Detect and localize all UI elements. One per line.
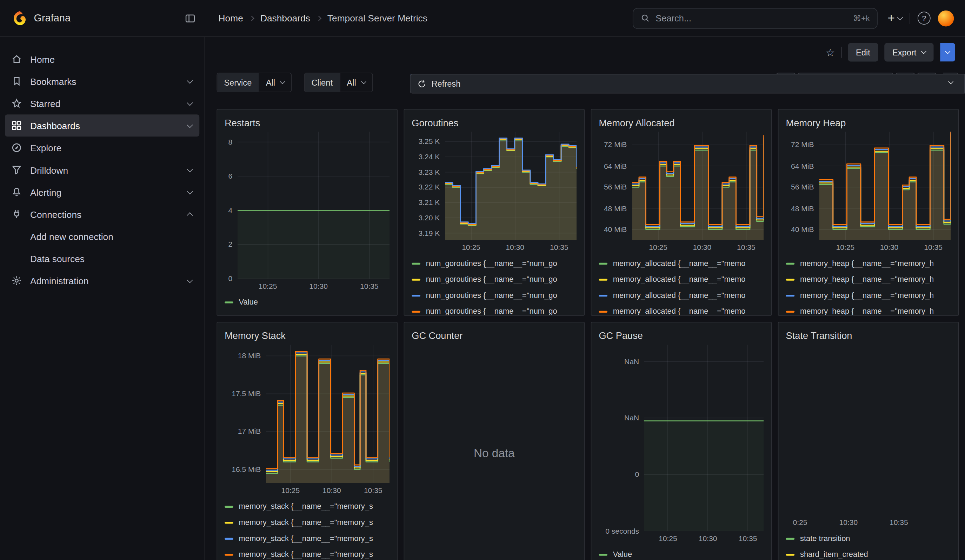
- legend-item[interactable]: memory_stack {__name__="memory_s: [224, 499, 389, 515]
- legend-series-marker: [224, 506, 233, 508]
- panel-title[interactable]: Memory Heap: [786, 114, 951, 132]
- add-new-button[interactable]: +: [888, 11, 903, 25]
- legend-item[interactable]: memory_allocated {__name__="memo: [599, 304, 764, 316]
- y-axis: 0 seconds0NaNNaN: [599, 344, 644, 531]
- main-content: ☆ Edit Export Share ServiceAllClientAll: [205, 37, 965, 560]
- sidebar-item-home[interactable]: Home: [5, 48, 199, 70]
- legend-item[interactable]: memory_stack {__name__="memory_s: [224, 514, 389, 531]
- sidebar-item-starred[interactable]: Starred: [5, 92, 199, 114]
- legend-item[interactable]: memory_allocated {__name__="memo: [599, 287, 764, 304]
- sidebar-item-label: Explore: [30, 142, 192, 153]
- sidebar-item-connections[interactable]: Connections: [5, 203, 199, 225]
- filter-value-dropdown[interactable]: All: [258, 73, 291, 92]
- legend-series-label: state transition: [800, 534, 850, 543]
- legend-series-marker: [224, 553, 233, 555]
- sidebar-item-label: Alerting: [30, 187, 180, 197]
- panel-title[interactable]: Restarts: [224, 114, 389, 132]
- legend-item[interactable]: Value: [599, 546, 764, 560]
- divider: [841, 47, 842, 58]
- plot-area[interactable]: [819, 132, 951, 240]
- legend-item[interactable]: shard_item_created: [786, 546, 951, 560]
- legend-item[interactable]: memory_allocated {__name__="memo: [599, 255, 764, 272]
- plot-area[interactable]: [793, 344, 951, 515]
- sidebar-item-label: Starred: [30, 98, 180, 109]
- sidebar-toggle-icon[interactable]: [184, 12, 196, 24]
- plot-area[interactable]: [237, 132, 389, 279]
- sidebar-nav: HomeBookmarksStarredDashboardsExploreDri…: [0, 48, 204, 292]
- legend-item[interactable]: memory_stack {__name__="memory_s: [224, 531, 389, 547]
- export-button[interactable]: Export: [884, 43, 934, 62]
- plot-area[interactable]: [631, 132, 764, 240]
- chart-svg: [237, 132, 389, 279]
- sidebar-item-label: Administration: [30, 276, 180, 286]
- y-tick-label: 6: [228, 172, 232, 181]
- refresh-button[interactable]: Refresh: [410, 73, 965, 93]
- breadcrumb-home[interactable]: Home: [219, 13, 243, 23]
- sidebar-item-drilldown[interactable]: Drilldown: [5, 158, 199, 181]
- legend-series-label: memory_allocated {__name__="memo: [613, 259, 746, 268]
- sidebar-item-label: Connections: [30, 209, 180, 219]
- plot-area[interactable]: [445, 132, 577, 240]
- legend-item[interactable]: num_goroutines {__name__="num_go: [412, 271, 577, 287]
- nav-actions: + ?: [878, 10, 965, 26]
- legend-item[interactable]: Value: [224, 294, 389, 310]
- search-input[interactable]: ⌘+k: [633, 8, 878, 29]
- panel-title[interactable]: State Transition: [786, 327, 951, 344]
- legend-item[interactable]: memory_heap {__name__="memory_h: [786, 271, 951, 287]
- legend-item[interactable]: memory_heap {__name__="memory_h: [786, 287, 951, 304]
- chart-area: 02468: [224, 132, 389, 279]
- legend-series-label: memory_allocated {__name__="memo: [613, 291, 746, 300]
- legend-item[interactable]: memory_stack {__name__="memory_s: [224, 546, 389, 560]
- sidebar-item-data-sources[interactable]: Data sources: [5, 247, 199, 269]
- favorite-star-icon[interactable]: ☆: [826, 47, 835, 57]
- panel-title[interactable]: GC Counter: [412, 327, 577, 344]
- user-avatar[interactable]: [938, 10, 954, 26]
- legend-item[interactable]: memory_allocated {__name__="memo: [599, 271, 764, 287]
- legend-item[interactable]: num_goroutines {__name__="num_go: [412, 304, 577, 316]
- search-field[interactable]: [656, 13, 847, 23]
- sidebar-item-add-new-connection[interactable]: Add new connection: [5, 225, 199, 247]
- filter-value-dropdown[interactable]: All: [339, 73, 372, 92]
- filter-service: ServiceAll: [216, 73, 291, 92]
- legend-item[interactable]: num_goroutines {__name__="num_go: [412, 255, 577, 272]
- legend-series-label: num_goroutines {__name__="num_go: [426, 275, 557, 284]
- sidebar-item-alerting[interactable]: Alerting: [5, 181, 199, 203]
- legend-item[interactable]: state transition: [786, 531, 951, 547]
- chevron-down-icon: [897, 15, 903, 20]
- sidebar-item-bookmarks[interactable]: Bookmarks: [5, 70, 199, 92]
- sidebar-item-dashboards[interactable]: Dashboards: [5, 114, 199, 137]
- sidebar-item-explore[interactable]: Explore: [5, 137, 199, 158]
- help-icon[interactable]: ?: [918, 11, 931, 24]
- legend-item[interactable]: memory_heap {__name__="memory_h: [786, 255, 951, 272]
- panel-title[interactable]: Memory Allocated: [599, 114, 764, 132]
- legend-series-label: memory_heap {__name__="memory_h: [800, 259, 934, 268]
- legend-series-marker: [599, 553, 607, 555]
- plot-area[interactable]: [644, 344, 764, 531]
- plot-area[interactable]: [266, 344, 389, 483]
- panel-title[interactable]: Goroutines: [412, 114, 577, 132]
- chart-area: [786, 344, 951, 515]
- panel-title[interactable]: Memory Stack: [224, 327, 389, 344]
- controls-row: ServiceAllClientAll Last 15 minutes: [216, 73, 959, 92]
- legend-item[interactable]: memory_heap {__name__="memory_h: [786, 304, 951, 316]
- legend: memory_allocated {__name__="memomemory_a…: [599, 252, 764, 316]
- x-tick-label: 10:30: [505, 243, 524, 252]
- share-dropdown[interactable]: [940, 43, 955, 62]
- edit-button[interactable]: Edit: [848, 43, 878, 62]
- sidebar-item-label: Data sources: [30, 253, 192, 264]
- breadcrumb-dashboards[interactable]: Dashboards: [260, 13, 310, 23]
- panel-title[interactable]: GC Pause: [599, 327, 764, 344]
- x-axis: 10:2510:3010:35: [819, 240, 951, 252]
- y-axis: 3.19 K3.20 K3.21 K3.22 K3.23 K3.24 K3.25…: [412, 132, 445, 240]
- legend-item[interactable]: num_goroutines {__name__="num_go: [412, 287, 577, 304]
- legend-series-label: memory_heap {__name__="memory_h: [800, 307, 934, 316]
- legend-series-marker: [412, 294, 420, 296]
- legend: memory_heap {__name__="memory_hmemory_he…: [786, 252, 951, 316]
- sidebar-item-administration[interactable]: Administration: [5, 269, 199, 292]
- x-tick-label: 10:25: [258, 282, 277, 291]
- legend-series-marker: [786, 279, 795, 280]
- legend-series-label: memory_allocated {__name__="memo: [613, 307, 746, 316]
- legend-series-label: memory_allocated {__name__="memo: [613, 275, 746, 284]
- grafana-logo-icon[interactable]: [11, 10, 28, 26]
- chart-svg: [793, 344, 951, 515]
